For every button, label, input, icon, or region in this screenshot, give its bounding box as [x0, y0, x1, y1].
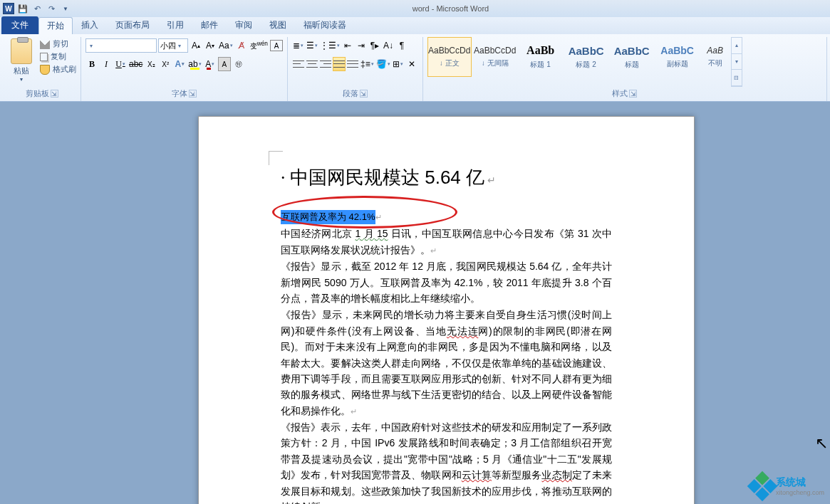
align-justify-button[interactable]: [333, 57, 346, 71]
shrink-font-button[interactable]: A▾: [204, 38, 217, 53]
bold-button[interactable]: B: [85, 57, 98, 71]
multilevel-button[interactable]: ⋮☰▾: [319, 38, 341, 53]
paragraph-4[interactable]: 《报告》表示，去年，中国政府针对这些技术的研发和应用制定了一系列政策方针：2 月…: [281, 419, 612, 504]
copy-button[interactable]: 复制: [40, 51, 76, 62]
styles-scroll[interactable]: ▴▾⊟: [731, 37, 742, 87]
paragraph-launcher-icon[interactable]: ⇲: [360, 90, 368, 98]
document-subtitle-selected[interactable]: 互联网普及率为 42.1%: [281, 210, 375, 225]
phonetic-guide-button[interactable]: 变wén: [249, 38, 269, 53]
quick-access-toolbar: W 💾 ↶ ↷ ▼: [0, 3, 71, 14]
watermark: 系统城 xitongcheng.com: [752, 476, 824, 497]
font-name-combo[interactable]: ▾: [85, 38, 157, 53]
paste-icon: [11, 38, 32, 64]
tab-page-layout[interactable]: 页面布局: [107, 16, 158, 34]
numbering-button[interactable]: ☰▾: [306, 38, 318, 53]
text-effects-button[interactable]: A▾: [173, 57, 186, 71]
align-center-button[interactable]: [306, 57, 318, 71]
font-size-combo[interactable]: 小四▾: [158, 38, 188, 53]
style-title[interactable]: AaBbC标题: [610, 37, 654, 77]
format-painter-button[interactable]: 格式刷: [40, 64, 76, 75]
tab-foxit[interactable]: 福昕阅读器: [295, 16, 355, 34]
cursor-indicator: ↖: [815, 434, 828, 453]
tab-view[interactable]: 视图: [261, 16, 295, 34]
tab-file[interactable]: 文件: [1, 16, 38, 34]
superscript-button[interactable]: X²: [159, 57, 172, 71]
watermark-logo-icon: [747, 471, 777, 501]
tab-home[interactable]: 开始: [38, 17, 73, 34]
grow-font-button[interactable]: A▴: [190, 38, 202, 53]
paragraph-2[interactable]: 《报告》显示，截至 2012 年 12 月底，我国网民规模达 5.64 亿，全年…: [281, 258, 612, 306]
font-launcher-icon[interactable]: ⇲: [189, 90, 197, 98]
paragraph-1[interactable]: 中国经济网北京 1 月 15 日讯，中国互联网信息中心今日发布《第 31 次中国…: [281, 226, 612, 258]
clipboard-launcher-icon[interactable]: ⇲: [51, 90, 58, 98]
paste-button[interactable]: 粘贴 ▾: [7, 37, 36, 83]
bullets-button[interactable]: ≣▾: [292, 38, 305, 53]
title-bar: W 💾 ↶ ↷ ▼ word - Microsoft Word: [0, 0, 830, 17]
italic-button[interactable]: I: [100, 57, 113, 71]
snap-grid-button[interactable]: ✕: [405, 57, 418, 71]
styles-gallery: AaBbCcDd↓ 正文 AaBbCcDd↓ 无间隔 AaBb标题 1 AaBb…: [427, 37, 730, 87]
cut-button[interactable]: 剪切: [40, 38, 76, 49]
align-right-button[interactable]: [319, 57, 332, 71]
document-title[interactable]: 中国网民规模达 5.64 亿↵: [281, 163, 612, 193]
document-page[interactable]: 中国网民规模达 5.64 亿↵ 互联网普及率为 42.1%↵ 中国经济网北京 1…: [198, 116, 695, 504]
page-content[interactable]: 中国网民规模达 5.64 亿↵ 互联网普及率为 42.1%↵ 中国经济网北京 1…: [199, 117, 694, 504]
qat-redo-icon[interactable]: ↷: [46, 3, 57, 14]
style-subtitle[interactable]: AaBbC副标题: [655, 37, 700, 77]
strike-button[interactable]: abc: [128, 57, 143, 71]
word-app-icon[interactable]: W: [3, 3, 14, 14]
window-title: word - Microsoft Word: [71, 4, 830, 13]
style-normal[interactable]: AaBbCcDd↓ 正文: [427, 37, 472, 77]
watermark-url: xitongcheng.com: [776, 489, 824, 496]
qat-customize-icon[interactable]: ▼: [60, 3, 71, 14]
enclose-char-button[interactable]: ㊕: [232, 57, 245, 71]
tab-references[interactable]: 引用: [158, 16, 192, 34]
ribbon-tabs: 文件 开始 插入 页面布局 引用 邮件 审阅 视图 福昕阅读器: [0, 17, 830, 34]
tab-review[interactable]: 审阅: [227, 16, 261, 34]
clear-format-button[interactable]: A̸: [235, 38, 248, 53]
font-label: 字体: [172, 88, 187, 99]
paragraph-3[interactable]: 《报告》显示，未来网民的增长动力将主要来自受自身生活习惯(没时间上网)和硬件条件…: [281, 307, 612, 419]
margin-corner: [269, 151, 283, 165]
group-font: ▾ 小四▾ A▴ A▾ Aa▾ A̸ 变wén A B I U▾ abc X₂ …: [81, 37, 288, 101]
ribbon: 粘贴 ▾ 剪切 复制 格式刷 剪贴板⇲ ▾ 小四▾ A▴ A▾ Aa▾ A̸: [0, 34, 830, 102]
styles-label: 样式: [612, 88, 628, 99]
watermark-brand: 系统城: [776, 476, 824, 489]
indent-dec-button[interactable]: ⇤: [341, 38, 354, 53]
cut-icon: [40, 39, 50, 49]
qat-save-icon[interactable]: 💾: [17, 3, 28, 14]
change-case-button[interactable]: Aa▾: [218, 38, 234, 53]
group-styles: AaBbCcDd↓ 正文 AaBbCcDd↓ 无间隔 AaBb标题 1 AaBb…: [423, 37, 827, 101]
group-clipboard: 粘贴 ▾ 剪切 复制 格式刷 剪贴板⇲: [3, 37, 81, 101]
ltr-button[interactable]: ¶▸: [368, 38, 381, 53]
borders-button[interactable]: ⊞▾: [392, 57, 405, 71]
tab-insert[interactable]: 插入: [73, 16, 107, 34]
line-spacing-button[interactable]: ‡≡▾: [360, 57, 375, 71]
show-marks-button[interactable]: ¶: [395, 38, 408, 53]
distribute-button[interactable]: [346, 57, 359, 71]
shading-button[interactable]: 🪣▾: [375, 57, 391, 71]
char-shading-button[interactable]: A: [218, 57, 231, 71]
align-left-button[interactable]: [292, 57, 305, 71]
paragraph-label: 段落: [343, 88, 358, 99]
style-no-spacing[interactable]: AaBbCcDd↓ 无间隔: [473, 37, 517, 77]
sort-button[interactable]: A↓: [382, 38, 395, 53]
brush-icon: [40, 65, 50, 75]
font-color-button[interactable]: A▾: [204, 57, 217, 71]
qat-undo-icon[interactable]: ↶: [31, 3, 43, 14]
char-border-button[interactable]: A: [270, 40, 283, 51]
style-heading2[interactable]: AaBbC标题 2: [564, 37, 608, 77]
subscript-button[interactable]: X₂: [145, 57, 157, 71]
document-area[interactable]: 中国网民规模达 5.64 亿↵ 互联网普及率为 42.1%↵ 中国经济网北京 1…: [0, 102, 830, 504]
highlight-button[interactable]: ab▾: [187, 57, 202, 71]
styles-launcher-icon[interactable]: ⇲: [629, 90, 637, 98]
paste-label: 粘贴: [14, 65, 29, 76]
style-heading1[interactable]: AaBb标题 1: [519, 37, 563, 77]
copy-icon: [40, 53, 48, 61]
indent-inc-button[interactable]: ⇥: [355, 38, 368, 53]
style-more[interactable]: AaB不明: [701, 37, 730, 77]
underline-button[interactable]: U▾: [114, 57, 127, 71]
group-paragraph: ≣▾ ☰▾ ⋮☰▾ ⇤ ⇥ ¶▸ A↓ ¶ ‡≡▾ 🪣▾: [288, 37, 423, 101]
tab-mailings[interactable]: 邮件: [192, 16, 227, 34]
clipboard-label: 剪贴板: [26, 88, 49, 99]
